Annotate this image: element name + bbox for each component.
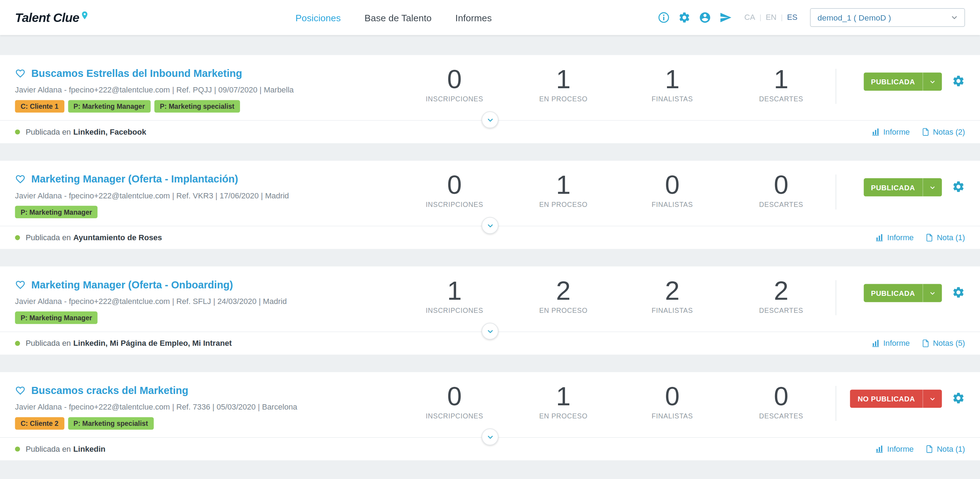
stat-label: FINALISTAS [618,307,727,314]
chevron-down-icon [923,284,942,302]
expand-button[interactable] [482,323,498,340]
status-label: PUBLICADA [864,184,923,191]
stat-descartes[interactable]: 2 DESCARTES [727,276,836,314]
position-card-main: Marketing Manager (Oferta - Onboarding) … [0,267,980,332]
notes-link[interactable]: Nota (1) [925,445,965,453]
favorite-heart-icon[interactable] [15,385,25,396]
position-title[interactable]: Buscamos cracks del Marketing [31,385,188,397]
published-channels: Publicada en Linkedin, Facebook [15,128,146,136]
stat-label: INSCRIPCIONES [400,95,509,103]
footer-links: Informe Notas (2) [871,128,965,136]
status-dropdown[interactable]: PUBLICADA [864,284,942,302]
nav-item-informes[interactable]: Informes [455,12,492,23]
status-label: NO PUBLICADA [850,395,922,402]
position-card: Buscamos cracks del Marketing Javier Ald… [0,372,980,460]
position-title[interactable]: Marketing Manager (Oferta - Implantación… [31,173,238,185]
pipeline-stats: 0 INSCRIPCIONES 1 EN PROCESO 0 FINALISTA… [400,382,835,420]
nav-item-posiciones[interactable]: Posiciones [295,12,340,23]
favorite-heart-icon[interactable] [15,68,25,79]
notes-link[interactable]: Notas (2) [921,128,965,136]
user-icon[interactable] [698,11,711,24]
gear-icon[interactable] [678,11,690,24]
status-dropdown[interactable]: PUBLICADA [864,73,942,91]
stat-label: EN PROCESO [509,307,618,314]
favorite-heart-icon[interactable] [15,174,25,185]
position-settings-icon[interactable] [952,286,965,299]
lang-es[interactable]: ES [787,13,797,22]
card-controls: PUBLICADA [836,65,965,91]
info-icon[interactable] [657,11,670,24]
lang-en[interactable]: EN [766,13,777,22]
divider: | [781,14,783,21]
document-icon [921,339,930,348]
position-title[interactable]: Marketing Manager (Oferta - Onboarding) [31,279,233,291]
status-dropdown[interactable]: PUBLICADA [864,178,942,196]
talent-clue-logo[interactable]: Talent Clue [15,10,89,25]
stat-descartes[interactable]: 0 DESCARTES [727,171,836,208]
report-link[interactable]: Informe [875,445,913,453]
channels-list: Ayuntamiento de Roses [73,233,162,242]
stat-value: 1 [400,276,509,305]
stat-descartes[interactable]: 0 DESCARTES [727,382,836,420]
notes-link[interactable]: Notas (5) [921,339,965,348]
published-status-dot [15,446,20,451]
expand-button[interactable] [482,428,498,445]
stat-en-proceso[interactable]: 1 EN PROCESO [509,171,618,208]
position-settings-icon[interactable] [952,74,965,88]
stat-value: 0 [727,382,836,411]
stat-en-proceso[interactable]: 1 EN PROCESO [509,65,618,103]
stat-inscripciones[interactable]: 0 INSCRIPCIONES [400,171,509,208]
send-icon[interactable] [719,11,732,24]
notes-label: Notas (2) [933,128,965,136]
nav-item-base-de-talento[interactable]: Base de Talento [365,12,431,23]
tag: P: Marketing Manager [15,311,98,324]
stat-inscripciones[interactable]: 1 INSCRIPCIONES [400,276,509,314]
stat-value: 1 [727,65,836,94]
stat-inscripciones[interactable]: 0 INSCRIPCIONES [400,382,509,420]
card-controls: PUBLICADA [836,276,965,302]
position-settings-icon[interactable] [952,391,965,405]
expand-button[interactable] [482,111,498,128]
account-selector[interactable]: demod_1 ( DemoD ) [810,8,965,27]
stat-inscripciones[interactable]: 0 INSCRIPCIONES [400,65,509,103]
stat-finalistas[interactable]: 0 FINALISTAS [618,171,727,208]
stat-finalistas[interactable]: 1 FINALISTAS [618,65,727,103]
report-label: Informe [883,128,910,136]
stat-en-proceso[interactable]: 1 EN PROCESO [509,382,618,420]
position-settings-icon[interactable] [952,180,965,193]
stat-label: FINALISTAS [618,201,727,208]
stat-finalistas[interactable]: 2 FINALISTAS [618,276,727,314]
tag: C: Cliente 2 [15,417,64,430]
account-selector-value: demod_1 ( DemoD ) [818,13,891,22]
lang-ca[interactable]: CA [744,13,755,22]
stat-label: DESCARTES [727,201,836,208]
stat-descartes[interactable]: 1 DESCARTES [727,65,836,103]
report-link[interactable]: Informe [871,128,910,136]
favorite-heart-icon[interactable] [15,279,25,290]
status-dropdown[interactable]: NO PUBLICADA [850,390,942,408]
expand-button[interactable] [482,217,498,234]
header-icons [657,11,732,24]
stat-en-proceso[interactable]: 2 EN PROCESO [509,276,618,314]
report-link[interactable]: Informe [875,233,913,242]
position-tags: C: Cliente 2 P: Marketing specialist [15,417,400,430]
stat-value: 1 [509,171,618,200]
pipeline-stats: 0 INSCRIPCIONES 1 EN PROCESO 1 FINALISTA… [400,65,835,103]
notes-link[interactable]: Nota (1) [925,233,965,242]
tag: P: Marketing Manager [68,100,151,112]
published-prefix: Publicada en [25,339,71,348]
channels-list: Linkedin [73,445,105,453]
positions-list: Buscamos Estrellas del Inbound Marketing… [0,35,980,460]
main-nav: Posiciones Base de Talento Informes [295,12,492,23]
chevron-down-icon [923,73,942,91]
stat-finalistas[interactable]: 0 FINALISTAS [618,382,727,420]
title-row: Buscamos cracks del Marketing [15,385,400,397]
report-link[interactable]: Informe [871,339,910,348]
position-title[interactable]: Buscamos Estrellas del Inbound Marketing [31,68,242,80]
logo-text: Talent Clue [15,10,79,25]
stat-value: 1 [509,65,618,94]
published-status-dot [15,235,20,240]
status-label: PUBLICADA [864,78,923,85]
title-row: Marketing Manager (Oferta - Implantación… [15,173,400,185]
footer-links: Informe Nota (1) [875,233,965,242]
